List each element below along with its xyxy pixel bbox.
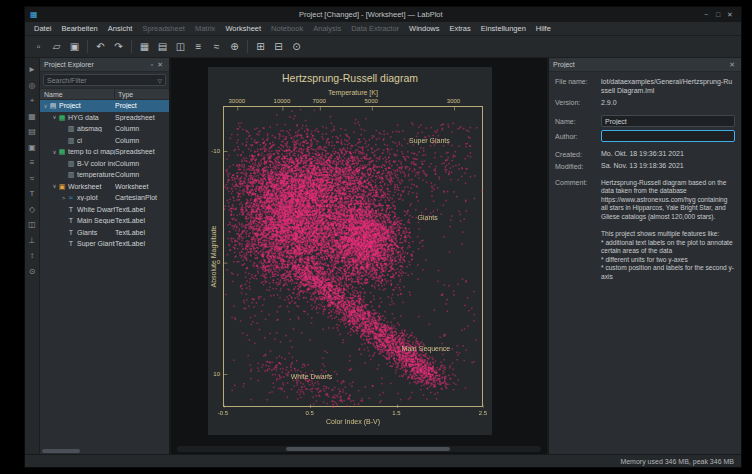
tree-expanded-icon[interactable]: ∨ (42, 103, 49, 109)
import-data-button[interactable]: ⊕ (226, 38, 243, 55)
top-axis-label[interactable]: Temperature [K] (223, 89, 483, 96)
tree-row-main-sequence[interactable]: TMain SequenceTextLabel (40, 215, 169, 227)
zoom-in-button[interactable]: ⊞ (252, 38, 269, 55)
menu-spreadsheet[interactable]: Spreadsheet (137, 22, 190, 35)
text-label-giants[interactable]: Giants (418, 214, 438, 221)
view-hscrollbar[interactable] (177, 446, 541, 452)
tree-row-ci[interactable]: ▥ciColumn (40, 135, 169, 147)
export-button[interactable]: ⊙ (288, 38, 305, 55)
left-tick-label: 0 (217, 259, 220, 265)
text-label-white-dwarfs[interactable]: White Dwarfs (291, 372, 333, 379)
modified-value: Sa. Nov. 13 19:18:36 2021 (601, 162, 735, 171)
export-tool-button[interactable]: ⊙ (27, 266, 38, 277)
column-header-type[interactable]: Type (115, 89, 169, 99)
layout-tool-button[interactable]: ◫ (27, 219, 38, 230)
tree-row-temp-to-ci-mapping[interactable]: ∨▦temp to ci mappingSpreadsheet (40, 146, 169, 158)
column-icon: ▥ (67, 137, 75, 144)
menu-analysis[interactable]: Analysis (308, 22, 346, 35)
tree-row-absmag[interactable]: ▥absmagColumn (40, 123, 169, 135)
save-project-button[interactable]: ▣ (66, 38, 83, 55)
menu-ansicht[interactable]: Ansicht (103, 22, 138, 35)
name-field[interactable] (601, 115, 735, 127)
new-plot-button[interactable]: ≈ (208, 38, 225, 55)
fit-tool-button[interactable]: ↕ (27, 250, 38, 261)
scatter-canvas[interactable] (224, 107, 484, 408)
new-worksheet-button[interactable]: ◫ (172, 38, 189, 55)
properties-close-icon[interactable]: ✕ (727, 61, 737, 69)
tree-row-project[interactable]: ∨▤ProjectProject (40, 100, 169, 112)
filter-icon[interactable]: ▽ (157, 77, 162, 84)
zoom-out-button[interactable]: ⊟ (270, 38, 287, 55)
spreadsheet-tool-button[interactable]: ▦ (27, 111, 38, 122)
tree-row-white-dwarfs[interactable]: TWhite DwarfsTextLabel (40, 204, 169, 216)
tree-row-b-v-color-index[interactable]: ▥B-V color indexColumn (40, 158, 169, 170)
worksheet-tool-button[interactable]: ▣ (27, 142, 38, 153)
column-icon: ▥ (67, 160, 75, 167)
menu-data-extractor[interactable]: Data Extractor (346, 22, 404, 35)
new-spreadsheet-button[interactable]: ▦ (136, 38, 153, 55)
tree-item-name: HYG data (68, 114, 115, 121)
bottom-axis-label[interactable]: Color Index (B-V) (223, 418, 483, 425)
new-project-button[interactable]: ▫ (30, 38, 47, 55)
file-name-label: File name: (555, 78, 601, 85)
text-tool-button[interactable]: T (27, 188, 38, 199)
tree-item-name: B-V color index (77, 160, 115, 167)
new-notebook-button[interactable]: ≡ (190, 38, 207, 55)
comment-field[interactable]: Hertzsprung-Russell diagram based on the… (601, 179, 735, 282)
plot-title[interactable]: Hertzsprung-Russell diagram (208, 72, 492, 84)
comment-label: Comment: (555, 179, 601, 186)
tree-row-xy-plot[interactable]: >≈xy-plotCartesianPlot (40, 192, 169, 204)
tree-row-hyg-data[interactable]: ∨▦HYG dataSpreadsheet (40, 112, 169, 124)
search-input[interactable] (47, 77, 157, 84)
explorer-hscrollbar[interactable] (40, 447, 169, 454)
axis-tool-button[interactable]: ⊥ (27, 235, 38, 246)
text-label-main-sequence[interactable]: Main Sequence (402, 344, 451, 351)
worksheet-view[interactable]: Hertzsprung-Russell diagram Temperature … (171, 58, 547, 454)
view-hscroll-handle[interactable] (286, 447, 450, 451)
menu-extras[interactable]: Extras (445, 22, 476, 35)
left-axis-label[interactable]: Absolute Magnitude (210, 106, 217, 407)
worksheet-page[interactable]: Hertzsprung-Russell diagram Temperature … (208, 67, 492, 435)
close-button[interactable]: ✕ (724, 11, 736, 19)
search-filter-field[interactable]: ▽ (43, 74, 166, 86)
tree-row-giants[interactable]: TGiantsTextLabel (40, 227, 169, 239)
undo-button[interactable]: ↶ (92, 38, 109, 55)
tree-expanded-icon[interactable]: ∨ (51, 183, 58, 189)
project-explorer-header[interactable]: Project Explorer ▫ ✕ (40, 58, 169, 72)
tree-expanded-icon[interactable]: ∨ (51, 114, 58, 120)
text-label-super-giants[interactable]: Super Giants (409, 137, 450, 144)
matrix-tool-button[interactable]: ▤ (27, 126, 38, 137)
tree-expanded-icon[interactable]: ∨ (51, 149, 58, 155)
tree-row-super-giants[interactable]: TSuper GiantsTextLabel (40, 238, 169, 250)
explorer-hscroll-handle[interactable] (42, 449, 80, 453)
menu-notebook[interactable]: Notebook (266, 22, 308, 35)
menu-matrix[interactable]: Matrix (190, 22, 220, 35)
add-tool-button[interactable]: + (27, 95, 38, 106)
maximize-button[interactable]: □ (712, 11, 724, 18)
tree-collapsed-icon[interactable]: > (60, 195, 67, 201)
plot-tool-button[interactable]: ≈ (27, 173, 38, 184)
tree-row-temperature[interactable]: ▥temperatureColumn (40, 169, 169, 181)
menu-einstellungen[interactable]: Einstellungen (476, 22, 531, 35)
zoom-select-tool-button[interactable]: ◎ (27, 80, 38, 91)
cursor-tool-button[interactable]: ► (27, 64, 38, 75)
menu-windows[interactable]: Windows (404, 22, 444, 35)
tree-row-worksheet[interactable]: ∨▣WorksheetWorksheet (40, 181, 169, 193)
open-project-button[interactable]: ▱ (48, 38, 65, 55)
redo-button[interactable]: ↷ (110, 38, 127, 55)
author-field[interactable] (601, 130, 735, 142)
tree-column-headers[interactable]: Name Type (40, 88, 169, 100)
titlebar[interactable]: ▦ Project [Changed] - [Worksheet] — LabP… (25, 7, 741, 22)
menu-worksheet[interactable]: Worksheet (220, 22, 266, 35)
plot-area[interactable]: Super GiantsGiantsMain SequenceWhite Dwa… (223, 106, 483, 407)
minimize-button[interactable]: − (700, 11, 712, 18)
panel-close-icon[interactable]: ✕ (155, 61, 165, 69)
new-matrix-button[interactable]: ▤ (154, 38, 171, 55)
menu-datei[interactable]: Datei (29, 22, 57, 35)
properties-header[interactable]: Project ✕ (549, 58, 741, 72)
menu-hilfe[interactable]: Hilfe (531, 22, 556, 35)
image-tool-button[interactable]: ◇ (27, 204, 38, 215)
notes-tool-button[interactable]: ≡ (27, 157, 38, 168)
menu-bearbeiten[interactable]: Bearbeiten (57, 22, 103, 35)
column-header-name[interactable]: Name (40, 89, 115, 99)
